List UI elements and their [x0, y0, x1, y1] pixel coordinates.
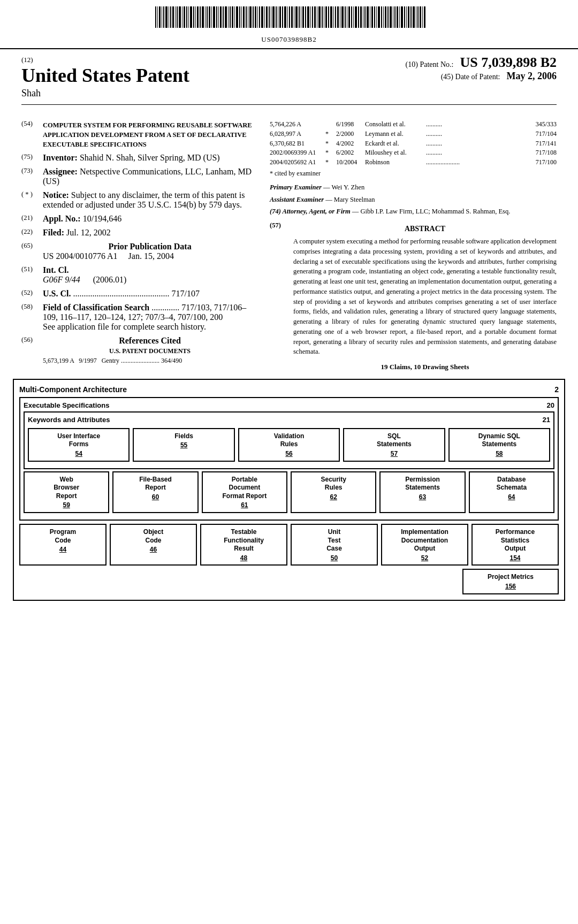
attorney-label: (74) Attorney, Agent, or Firm: [270, 208, 351, 215]
svg-rect-24: [207, 6, 208, 28]
svg-rect-37: [236, 6, 238, 28]
svg-rect-83: [341, 6, 344, 28]
section-58: (58) Field of Classification Search ....…: [21, 303, 257, 332]
ref-dots: ..........: [426, 129, 534, 139]
svg-rect-10: [175, 6, 176, 28]
section-56-num: (56): [21, 336, 39, 365]
svg-rect-39: [241, 6, 242, 28]
diagram-outer-box: UnitTestCase50: [291, 524, 378, 566]
section-51-num: (51): [21, 265, 39, 285]
attorney-row: (74) Attorney, Agent, or Firm — Gibb I.P…: [270, 207, 557, 216]
svg-rect-19: [195, 6, 196, 28]
attorney: Gibb I.P. Law Firm, LLC; Mohammad S. Rah…: [360, 208, 510, 215]
diagram-outer-box: PerformanceStatisticsOutput154: [471, 524, 559, 566]
svg-rect-13: [182, 6, 182, 28]
svg-rect-92: [363, 6, 363, 28]
section-58-num: (58): [21, 303, 39, 332]
section-56: (56) References Cited U.S. PATENT DOCUME…: [21, 336, 257, 365]
primary-examiner-dash: —: [323, 184, 330, 191]
svg-rect-88: [353, 6, 354, 28]
primary-examiner-label: Primary Examiner: [270, 184, 322, 191]
section-58-dots: .............: [151, 303, 181, 312]
svg-rect-5: [163, 6, 164, 28]
svg-rect-55: [278, 6, 278, 28]
svg-rect-27: [213, 6, 215, 28]
section-65-date: Jan. 15, 2004: [128, 251, 174, 261]
svg-rect-104: [390, 6, 392, 28]
section-51-year: (2006.01): [93, 275, 127, 284]
ref-code: 717/104: [536, 129, 557, 139]
ref-code: 717/141: [536, 139, 557, 148]
left-column: (54) COMPUTER SYSTEM FOR PERFORMING REUS…: [21, 120, 257, 372]
ref1-num: 5,673,199 A: [43, 357, 74, 364]
svg-rect-110: [404, 6, 405, 28]
ref1-code: 364/490: [161, 357, 182, 364]
svg-rect-23: [205, 6, 206, 28]
header-label-12: (12): [21, 56, 33, 64]
diagram-box: ValidationRules56: [238, 428, 340, 462]
section-52: (52) U.S. Cl. ..........................…: [21, 289, 257, 299]
svg-rect-115: [416, 6, 416, 28]
abstract-section: (57) ABSTRACT A computer system executin…: [270, 220, 557, 372]
svg-rect-86: [348, 6, 350, 28]
asst-examiner-row: Assistant Examiner — Mary Steelman: [270, 195, 557, 204]
diagram-outer-label: Multi-Component Architecture: [19, 385, 127, 394]
svg-rect-77: [328, 6, 329, 28]
section-51: (51) Int. Cl. G06F 9/44 (2006.01): [21, 265, 257, 285]
diagram-box-num: 57: [346, 450, 442, 459]
section-75-value: Shahid N. Shah, Silver Spring, MD (US): [80, 153, 220, 162]
svg-rect-56: [279, 6, 281, 28]
section-75-num: (75): [21, 153, 39, 163]
exec-label-row: Executable Specifications 20: [24, 401, 554, 409]
ref-class: *: [325, 148, 334, 157]
svg-rect-51: [269, 6, 270, 28]
diagram-box-num: 63: [383, 493, 462, 502]
ref-name: Robinson: [365, 158, 424, 167]
exec-label: Executable Specifications: [24, 401, 109, 409]
ref-num: 2004/0205692 A1: [270, 158, 323, 167]
section-51-class: G06F 9/44: [43, 275, 80, 284]
diagram-outer-box: ObjectCode46: [110, 524, 197, 566]
svg-rect-74: [322, 6, 323, 28]
svg-rect-89: [355, 6, 357, 28]
svg-rect-7: [169, 6, 169, 28]
svg-rect-58: [284, 6, 286, 28]
svg-rect-106: [394, 6, 396, 28]
svg-rect-67: [305, 6, 306, 28]
kw-label-row: Keywords and Attributes 21: [28, 416, 550, 424]
section-58-content: Field of Classification Search .........…: [43, 303, 257, 332]
svg-rect-44: [253, 6, 254, 28]
svg-rect-105: [393, 6, 393, 28]
ref-dots: ..........: [426, 148, 534, 157]
svg-rect-14: [184, 6, 185, 28]
ref-name: Eckardt et al.: [365, 139, 424, 148]
section-56-content: References Cited U.S. PATENT DOCUMENTS 5…: [43, 336, 257, 365]
ref-class: *: [325, 129, 334, 139]
diagram-box-num: 60: [116, 493, 195, 502]
ref-date: 4/2002: [336, 139, 363, 148]
diagram-outer-box: TestableFunctionalityResult48: [200, 524, 287, 566]
ref1-name: Gentry: [102, 357, 119, 364]
ref-class: *: [325, 158, 334, 167]
executable-specs-box: Executable Specifications 20 Keywords an…: [19, 397, 559, 521]
patent-no-value: US 7,039,898 B2: [460, 55, 557, 70]
svg-rect-68: [307, 6, 309, 28]
svg-rect-59: [287, 6, 288, 28]
section-73-label: Assignee:: [43, 167, 78, 176]
ref-name: Leymann et al.: [365, 129, 424, 139]
svg-rect-76: [325, 6, 327, 28]
diagram-box-num: 61: [205, 501, 284, 510]
svg-rect-43: [249, 6, 252, 28]
ref-date: 6/1998: [336, 120, 363, 129]
section-58-label: Field of Classification Search: [43, 303, 149, 312]
section-65-pub: US 2004/0010776 A1: [43, 251, 118, 261]
svg-rect-45: [255, 6, 256, 28]
svg-rect-25: [209, 6, 210, 28]
section-22-label: Filed:: [43, 228, 64, 237]
page-header: (12) United States Patent Shah (10) Pate…: [0, 48, 578, 99]
notice-value: Subject to any disclaimer, the term of t…: [43, 190, 245, 209]
diagram-outer-label-row: Multi-Component Architecture 2: [19, 385, 559, 394]
section-54: (54) COMPUTER SYSTEM FOR PERFORMING REUS…: [21, 120, 257, 149]
diagram-box: User InterfaceForms54: [28, 428, 130, 462]
svg-rect-79: [333, 6, 334, 28]
